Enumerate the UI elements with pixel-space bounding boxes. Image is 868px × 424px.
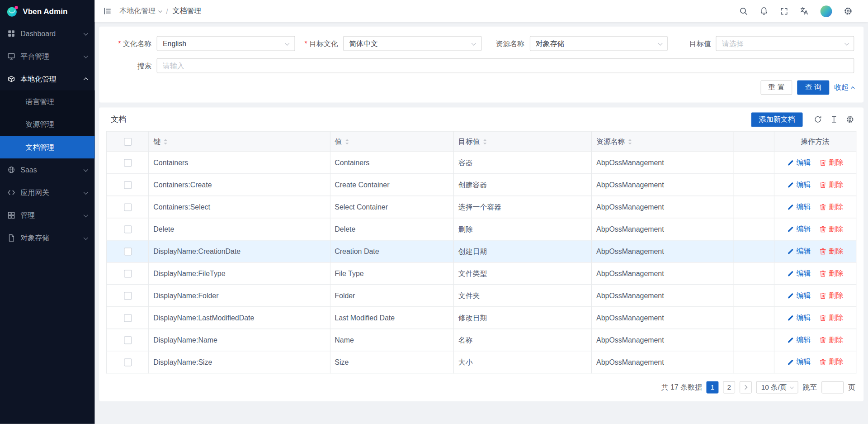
table-row[interactable]: Containers:Create Create Container 创建容器 … [107,174,856,196]
delete-button[interactable]: 删除 [819,157,843,167]
cell-target: 容器 [453,152,591,174]
menu-fold-icon[interactable] [103,7,112,16]
table-row[interactable]: Delete Delete 删除 AbpOssManagement 编辑 [107,218,856,240]
cell-resource: AbpOssManagement [592,240,733,262]
sidebar-item-platform[interactable]: 平台管理 [0,45,94,67]
pencil-icon [787,292,794,299]
chevron-down-icon [84,53,88,58]
table-panel: 文档 添加新文档 [99,108,863,401]
column-settings-gear-icon[interactable] [846,115,854,124]
row-checkbox[interactable] [124,248,132,256]
row-checkbox[interactable] [124,359,132,367]
row-checkbox[interactable] [124,159,132,167]
table-row[interactable]: DisplayName:Name Name 名称 AbpOssManagemen… [107,329,856,351]
column-header-resource-name[interactable]: 资源名称 [592,132,733,152]
query-button[interactable]: 查 询 [797,81,830,95]
table-row[interactable]: Containers Containers 容器 AbpOssManagemen… [107,152,856,174]
sidebar-item-resource-management[interactable]: 资源管理 [0,113,94,136]
avatar[interactable] [821,5,832,17]
column-header-key[interactable]: 键 [149,132,330,152]
edit-button[interactable]: 编辑 [787,335,811,345]
row-checkbox[interactable] [124,181,132,189]
chevron-down-icon [844,41,849,45]
edit-button[interactable]: 编辑 [787,157,811,167]
table-row[interactable]: DisplayName:FileType File Type 文件类型 AbpO… [107,262,856,285]
cell-value: Last Modified Date [330,307,453,329]
delete-button[interactable]: 删除 [819,335,843,345]
target-culture-select[interactable]: 简体中文 [343,36,481,51]
delete-button[interactable]: 删除 [819,180,843,190]
breadcrumb: 本地化管理 / 文档管理 [119,6,201,16]
vben-admin-app: Vben Admin Dashboard 平台管理 [0,0,868,424]
collapse-link[interactable]: 收起 [834,82,854,92]
sidebar-item-language-management[interactable]: 语言管理 [0,91,94,113]
delete-button[interactable]: 删除 [819,357,843,367]
page-size-select[interactable]: 10 条/页 [756,381,798,393]
table-row[interactable]: DisplayName:Folder Folder 文件夹 AbpOssMana… [107,285,856,307]
sidebar-item-document-management[interactable]: 文档管理 [0,136,94,158]
target-value-select[interactable]: 请选择 [716,36,854,51]
sidebar-item-object-storage[interactable]: 对象存储 [0,227,94,249]
chevron-down-icon [658,41,662,45]
cell-resource: AbpOssManagement [592,307,733,329]
row-checkbox[interactable] [124,226,132,233]
translate-icon[interactable] [800,7,809,16]
column-header-empty [733,132,774,152]
edit-button[interactable]: 编辑 [787,313,811,323]
add-document-button[interactable]: 添加新文档 [751,112,803,127]
culture-name-select[interactable]: English [157,36,295,51]
table-row[interactable]: DisplayName:Size Size 大小 AbpOssManagemen… [107,351,856,373]
edit-button[interactable]: 编辑 [787,357,811,367]
select-all-checkbox[interactable] [124,138,132,146]
cell-empty [733,218,774,240]
delete-button[interactable]: 删除 [819,268,843,278]
reset-button[interactable]: 重 置 [760,81,793,95]
edit-button[interactable]: 编辑 [787,202,811,212]
edit-button[interactable]: 编辑 [787,268,811,278]
sidebar-item-gateway[interactable]: 应用网关 [0,181,94,204]
sidebar-item-localization[interactable]: 本地化管理 [0,67,94,90]
table-row-highlighted[interactable]: DisplayName:CreationDate Creation Date 创… [107,240,856,262]
edit-button[interactable]: 编辑 [787,291,811,300]
table-row[interactable]: Containers:Select Select Container 选择一个容… [107,196,856,218]
sidebar-item-dashboard[interactable]: Dashboard [0,22,94,45]
edit-button[interactable]: 编辑 [787,246,811,256]
gateway-brackets-icon [7,188,15,196]
jump-page-input[interactable] [821,381,844,393]
resource-name-select[interactable]: 对象存储 [529,36,668,51]
row-checkbox[interactable] [124,337,132,344]
search-input[interactable] [157,58,854,73]
refresh-icon[interactable] [814,115,822,124]
vben-logo-icon [6,5,19,17]
row-checkbox[interactable] [124,314,132,322]
next-page-button[interactable] [740,381,752,393]
delete-button[interactable]: 删除 [819,313,843,323]
field-label: 搜索 [108,61,157,71]
row-checkbox[interactable] [124,270,132,278]
page-button-1[interactable]: 1 [707,381,719,393]
page-button-2[interactable]: 2 [723,381,735,393]
table-row[interactable]: DisplayName:LastModifiedDate Last Modifi… [107,307,856,329]
row-checkbox[interactable] [124,204,132,211]
column-height-icon[interactable] [830,115,838,124]
row-checkbox[interactable] [124,292,132,300]
sidebar-item-saas[interactable]: Saas [0,158,94,181]
breadcrumb-parent[interactable]: 本地化管理 [119,6,161,16]
delete-button[interactable]: 删除 [819,246,843,256]
delete-button[interactable]: 删除 [819,291,843,300]
edit-button[interactable]: 编辑 [787,180,811,190]
fullscreen-icon[interactable] [780,7,788,15]
search-icon[interactable] [739,7,748,16]
delete-button[interactable]: 删除 [819,202,843,212]
bell-icon[interactable] [760,7,769,16]
app-logo[interactable]: Vben Admin [0,0,94,22]
column-header-value[interactable]: 值 [330,132,453,152]
edit-button[interactable]: 编辑 [787,224,811,234]
column-header-target-value[interactable]: 目标值 [453,132,591,152]
pencil-icon [787,336,794,343]
sidebar-item-management[interactable]: 管理 [0,204,94,227]
cell-empty [733,262,774,285]
delete-button[interactable]: 删除 [819,224,843,234]
settings-gear-icon[interactable] [844,7,853,16]
cell-target: 修改日期 [453,307,591,329]
